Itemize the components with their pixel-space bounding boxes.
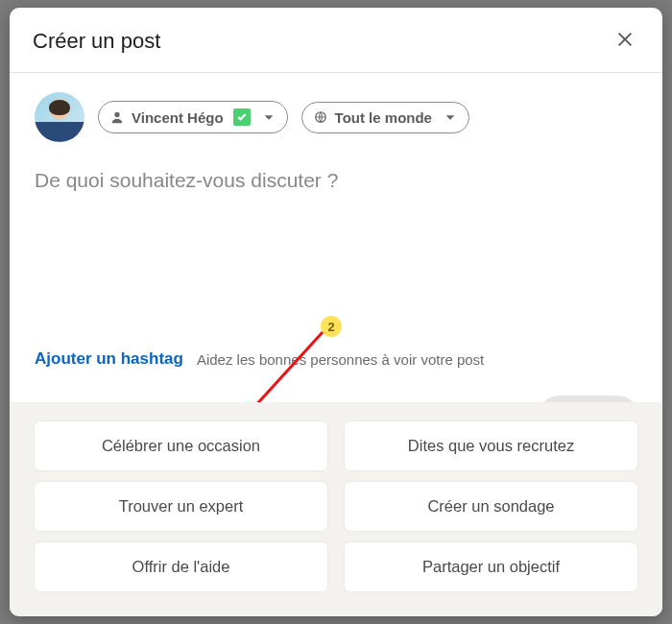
- verified-badge: [233, 108, 251, 126]
- visibility-selector[interactable]: Tout le monde: [301, 102, 469, 133]
- publish-button[interactable]: Publier: [540, 396, 637, 402]
- close-icon: [614, 29, 636, 50]
- modal-body: Vincent Hégo Tout le monde 2: [10, 73, 662, 402]
- option-share-goal[interactable]: Partager un objectif: [345, 542, 637, 591]
- hashtag-hint: Aidez les bonnes personnes à voir votre …: [197, 351, 484, 368]
- chevron-down-icon: [444, 110, 457, 124]
- option-create-poll[interactable]: Créer un sondage: [345, 482, 637, 531]
- globe-icon: [314, 110, 327, 124]
- chevron-down-icon: [262, 110, 276, 124]
- svg-point-0: [114, 112, 119, 117]
- author-selector[interactable]: Vincent Hégo: [98, 101, 288, 133]
- modal-header: Créer un post: [10, 8, 662, 73]
- check-icon: [236, 111, 248, 123]
- avatar: [35, 92, 84, 142]
- post-textarea[interactable]: [35, 169, 637, 207]
- author-name: Vincent Hégo: [132, 109, 224, 126]
- close-button[interactable]: [611, 25, 639, 57]
- option-hiring[interactable]: Dites que vous recrutez: [345, 421, 637, 470]
- option-find-expert[interactable]: Trouver un expert: [35, 482, 327, 531]
- annotation-number: 2: [327, 320, 334, 334]
- option-offer-help[interactable]: Offrir de l'aide: [35, 542, 327, 591]
- media-icons: [35, 401, 228, 402]
- visibility-label: Tout le monde: [335, 109, 432, 126]
- option-celebrate[interactable]: Célébrer une occasion: [35, 421, 327, 470]
- add-more-button[interactable]: [35, 401, 61, 402]
- media-row: Publier: [35, 396, 637, 402]
- hashtag-row: Ajouter un hashtag Aidez les bonnes pers…: [35, 349, 637, 369]
- person-icon: [110, 110, 124, 124]
- modal-title: Créer un post: [33, 29, 160, 54]
- annotation-badge: 2: [321, 316, 342, 337]
- author-row: Vincent Hégo Tout le monde: [35, 92, 637, 142]
- more-options-panel: Célébrer une occasion Dites que vous rec…: [10, 402, 662, 616]
- add-hashtag-link[interactable]: Ajouter un hashtag: [35, 349, 183, 369]
- create-post-modal: Créer un post Vincent Hégo Tout le mo: [10, 8, 662, 616]
